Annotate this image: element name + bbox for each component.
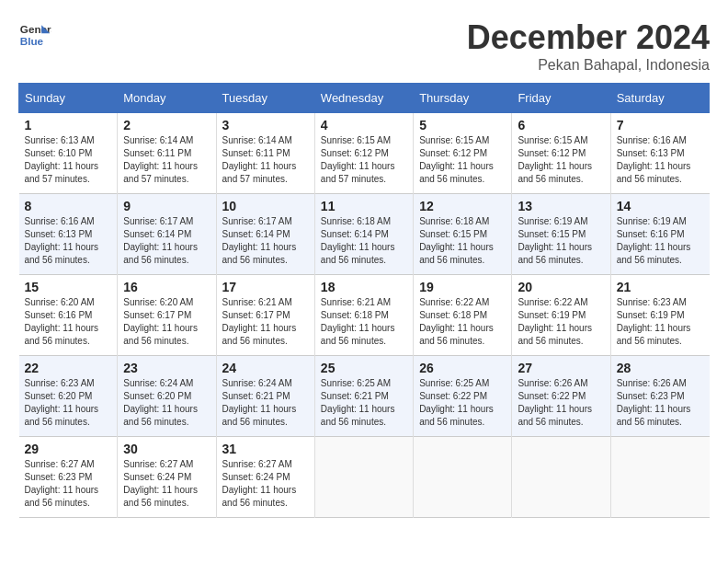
day-number: 23 [123, 361, 210, 375]
calendar-body: 1Sunrise: 6:13 AM Sunset: 6:10 PM Daylig… [19, 113, 710, 518]
calendar-cell: 9Sunrise: 6:17 AM Sunset: 6:14 PM Daylig… [118, 194, 216, 275]
calendar-table: SundayMondayTuesdayWednesdayThursdayFrid… [18, 83, 710, 518]
day-number: 30 [123, 442, 210, 456]
day-info: Sunrise: 6:15 AM Sunset: 6:12 PM Dayligh… [321, 134, 407, 186]
calendar-cell: 5Sunrise: 6:15 AM Sunset: 6:12 PM Daylig… [414, 113, 512, 194]
calendar-cell: 11Sunrise: 6:18 AM Sunset: 6:14 PM Dayli… [314, 194, 413, 275]
calendar-cell: 18Sunrise: 6:21 AM Sunset: 6:18 PM Dayli… [314, 275, 413, 356]
day-number: 21 [617, 280, 704, 294]
day-number: 17 [222, 280, 309, 294]
day-info: Sunrise: 6:21 AM Sunset: 6:18 PM Dayligh… [321, 296, 407, 348]
day-info: Sunrise: 6:24 AM Sunset: 6:21 PM Dayligh… [222, 377, 309, 429]
day-number: 15 [25, 280, 112, 294]
day-info: Sunrise: 6:27 AM Sunset: 6:24 PM Dayligh… [123, 458, 210, 510]
svg-text:Blue: Blue [20, 35, 44, 47]
day-number: 10 [222, 199, 309, 213]
day-number: 14 [617, 199, 704, 213]
day-info: Sunrise: 6:19 AM Sunset: 6:16 PM Dayligh… [617, 215, 704, 267]
calendar-cell: 28Sunrise: 6:26 AM Sunset: 6:23 PM Dayli… [610, 356, 709, 437]
calendar-cell: 7Sunrise: 6:16 AM Sunset: 6:13 PM Daylig… [610, 113, 709, 194]
day-info: Sunrise: 6:26 AM Sunset: 6:23 PM Dayligh… [617, 377, 704, 429]
day-info: Sunrise: 6:13 AM Sunset: 6:10 PM Dayligh… [25, 134, 112, 186]
day-number: 13 [518, 199, 604, 213]
calendar-cell: 31Sunrise: 6:27 AM Sunset: 6:24 PM Dayli… [216, 437, 314, 518]
day-number: 24 [222, 361, 309, 375]
day-info: Sunrise: 6:17 AM Sunset: 6:14 PM Dayligh… [123, 215, 210, 267]
day-number: 2 [123, 118, 210, 132]
calendar-cell: 21Sunrise: 6:23 AM Sunset: 6:19 PM Dayli… [610, 275, 709, 356]
day-info: Sunrise: 6:27 AM Sunset: 6:23 PM Dayligh… [25, 458, 112, 510]
calendar-cell: 3Sunrise: 6:14 AM Sunset: 6:11 PM Daylig… [216, 113, 314, 194]
calendar-cell: 24Sunrise: 6:24 AM Sunset: 6:21 PM Dayli… [216, 356, 314, 437]
day-number: 6 [518, 118, 604, 132]
day-info: Sunrise: 6:16 AM Sunset: 6:13 PM Dayligh… [25, 215, 112, 267]
calendar-cell [512, 437, 610, 518]
day-number: 22 [25, 361, 112, 375]
calendar-week-row: 29Sunrise: 6:27 AM Sunset: 6:23 PM Dayli… [19, 437, 710, 518]
day-number: 8 [25, 199, 112, 213]
calendar-cell [314, 437, 413, 518]
day-number: 29 [25, 442, 112, 456]
day-info: Sunrise: 6:19 AM Sunset: 6:15 PM Dayligh… [518, 215, 604, 267]
day-number: 5 [419, 118, 506, 132]
day-info: Sunrise: 6:22 AM Sunset: 6:18 PM Dayligh… [419, 296, 506, 348]
day-info: Sunrise: 6:18 AM Sunset: 6:14 PM Dayligh… [321, 215, 407, 267]
day-number: 4 [321, 118, 407, 132]
day-info: Sunrise: 6:20 AM Sunset: 6:17 PM Dayligh… [123, 296, 210, 348]
calendar-cell [414, 437, 512, 518]
calendar-cell: 6Sunrise: 6:15 AM Sunset: 6:12 PM Daylig… [512, 113, 610, 194]
day-info: Sunrise: 6:25 AM Sunset: 6:22 PM Dayligh… [419, 377, 506, 429]
calendar-cell: 16Sunrise: 6:20 AM Sunset: 6:17 PM Dayli… [118, 275, 216, 356]
day-info: Sunrise: 6:23 AM Sunset: 6:20 PM Dayligh… [25, 377, 112, 429]
calendar-cell: 1Sunrise: 6:13 AM Sunset: 6:10 PM Daylig… [19, 113, 118, 194]
calendar-cell: 27Sunrise: 6:26 AM Sunset: 6:22 PM Dayli… [512, 356, 610, 437]
day-number: 1 [25, 118, 112, 132]
calendar-week-row: 22Sunrise: 6:23 AM Sunset: 6:20 PM Dayli… [19, 356, 710, 437]
weekday-header-friday: Friday [512, 84, 610, 113]
weekday-header-sunday: Sunday [19, 84, 118, 113]
day-info: Sunrise: 6:23 AM Sunset: 6:19 PM Dayligh… [617, 296, 704, 348]
header: General Blue December 2024 Pekan Bahapal… [18, 18, 710, 74]
day-info: Sunrise: 6:26 AM Sunset: 6:22 PM Dayligh… [518, 377, 604, 429]
calendar-cell [610, 437, 709, 518]
logo: General Blue [18, 18, 51, 52]
calendar-cell: 20Sunrise: 6:22 AM Sunset: 6:19 PM Dayli… [512, 275, 610, 356]
calendar-cell: 19Sunrise: 6:22 AM Sunset: 6:18 PM Dayli… [414, 275, 512, 356]
day-number: 12 [419, 199, 506, 213]
calendar-cell: 2Sunrise: 6:14 AM Sunset: 6:11 PM Daylig… [118, 113, 216, 194]
calendar-cell: 4Sunrise: 6:15 AM Sunset: 6:12 PM Daylig… [314, 113, 413, 194]
calendar-cell: 30Sunrise: 6:27 AM Sunset: 6:24 PM Dayli… [118, 437, 216, 518]
day-number: 3 [222, 118, 309, 132]
calendar-cell: 17Sunrise: 6:21 AM Sunset: 6:17 PM Dayli… [216, 275, 314, 356]
calendar-header-row: SundayMondayTuesdayWednesdayThursdayFrid… [19, 84, 710, 113]
calendar-week-row: 15Sunrise: 6:20 AM Sunset: 6:16 PM Dayli… [19, 275, 710, 356]
day-info: Sunrise: 6:15 AM Sunset: 6:12 PM Dayligh… [419, 134, 506, 186]
weekday-header-thursday: Thursday [414, 84, 512, 113]
day-number: 28 [617, 361, 704, 375]
day-info: Sunrise: 6:18 AM Sunset: 6:15 PM Dayligh… [419, 215, 506, 267]
day-number: 9 [123, 199, 210, 213]
day-number: 31 [222, 442, 309, 456]
calendar-cell: 10Sunrise: 6:17 AM Sunset: 6:14 PM Dayli… [216, 194, 314, 275]
day-number: 18 [321, 280, 407, 294]
day-number: 25 [321, 361, 407, 375]
day-info: Sunrise: 6:20 AM Sunset: 6:16 PM Dayligh… [25, 296, 112, 348]
day-info: Sunrise: 6:25 AM Sunset: 6:21 PM Dayligh… [321, 377, 407, 429]
calendar-cell: 22Sunrise: 6:23 AM Sunset: 6:20 PM Dayli… [19, 356, 118, 437]
calendar-week-row: 1Sunrise: 6:13 AM Sunset: 6:10 PM Daylig… [19, 113, 710, 194]
day-number: 11 [321, 199, 407, 213]
calendar-cell: 23Sunrise: 6:24 AM Sunset: 6:20 PM Dayli… [118, 356, 216, 437]
day-number: 16 [123, 280, 210, 294]
day-number: 7 [617, 118, 704, 132]
weekday-header-wednesday: Wednesday [314, 84, 413, 113]
day-info: Sunrise: 6:14 AM Sunset: 6:11 PM Dayligh… [222, 134, 309, 186]
day-info: Sunrise: 6:24 AM Sunset: 6:20 PM Dayligh… [123, 377, 210, 429]
day-number: 27 [518, 361, 604, 375]
calendar-cell: 13Sunrise: 6:19 AM Sunset: 6:15 PM Dayli… [512, 194, 610, 275]
svg-text:General: General [20, 23, 51, 35]
month-year-title: December 2024 [467, 18, 710, 57]
day-info: Sunrise: 6:21 AM Sunset: 6:17 PM Dayligh… [222, 296, 309, 348]
weekday-header-tuesday: Tuesday [216, 84, 314, 113]
calendar-cell: 26Sunrise: 6:25 AM Sunset: 6:22 PM Dayli… [414, 356, 512, 437]
day-number: 20 [518, 280, 604, 294]
